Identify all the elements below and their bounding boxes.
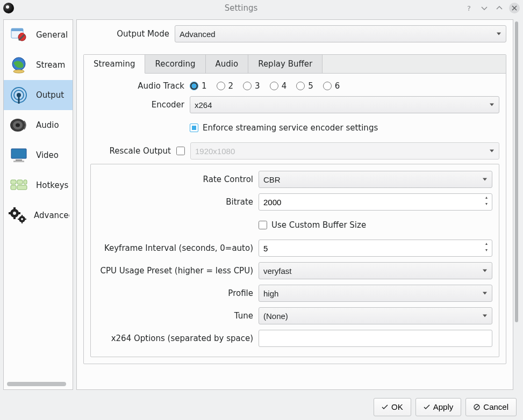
audio-track-4[interactable]: 4 (270, 81, 287, 91)
broadcast-icon (7, 84, 31, 106)
cpu-preset-select[interactable]: veryfast (259, 262, 492, 279)
spin-down-icon[interactable]: ▾ (483, 201, 490, 207)
svg-rect-34 (22, 222, 23, 223)
keyframe-input[interactable] (259, 240, 492, 257)
keyframe-spinners[interactable]: ▴▾ (483, 241, 490, 253)
audio-track-group: 1 2 3 4 5 6 (190, 81, 499, 91)
svg-point-32 (21, 218, 23, 220)
window-title: Settings (18, 3, 464, 13)
bitrate-row: Bitrate ▴▾ (97, 193, 492, 211)
speaker-icon (7, 114, 31, 136)
output-mode-label: Output Mode (83, 29, 175, 39)
radio-label: 1 (202, 81, 207, 91)
rescale-checkbox[interactable] (176, 147, 185, 155)
cpu-preset-row: CPU Usage Preset (higher = less CPU) ver… (97, 262, 492, 279)
sidebar-item-label: Advanced (34, 211, 69, 220)
sidebar-item-stream[interactable]: Stream (4, 50, 73, 80)
keyframe-row: Keyframe Interval (seconds, 0=auto) ▴▾ (97, 240, 492, 257)
audio-track-3[interactable]: 3 (243, 81, 260, 91)
enforce-check-row[interactable]: Enforce streaming service encoder settin… (190, 123, 499, 133)
x264-opts-row: x264 Options (separated by space) (97, 330, 492, 347)
sidebar-hscrollbar[interactable] (7, 382, 66, 386)
sidebar-item-hotkeys[interactable]: Hotkeys (4, 170, 73, 200)
svg-rect-24 (17, 185, 27, 190)
apply-button[interactable]: Apply (415, 398, 462, 416)
rate-control-label: Rate Control (97, 175, 259, 184)
dialog-footer: OK Apply Cancel (0, 393, 523, 420)
audio-track-6[interactable]: 6 (323, 81, 340, 91)
sidebar-item-label: Video (36, 150, 59, 160)
tune-select[interactable]: (None) (259, 307, 492, 324)
tab-audio[interactable]: Audio (206, 55, 249, 73)
content-vscrollbar[interactable] (513, 19, 520, 390)
tab-recording[interactable]: Recording (145, 55, 205, 73)
svg-rect-35 (18, 219, 19, 220)
x264-opts-label: x264 Options (separated by space) (97, 334, 259, 343)
svg-rect-36 (25, 219, 26, 220)
encoder-select[interactable]: x264 (190, 96, 499, 113)
ok-button[interactable]: OK (374, 398, 411, 416)
audio-track-5[interactable]: 5 (296, 81, 313, 91)
sidebar-item-advanced[interactable]: Advanced (4, 200, 73, 230)
svg-rect-21 (17, 180, 23, 184)
close-icon[interactable] (509, 3, 520, 13)
sidebar-item-general[interactable]: General (4, 20, 73, 50)
bitrate-label: Bitrate (97, 197, 259, 207)
cpu-preset-label: CPU Usage Preset (higher = less CPU) (97, 266, 259, 276)
radio-label: 3 (255, 81, 260, 91)
ok-label: OK (391, 402, 403, 411)
svg-rect-27 (13, 207, 16, 209)
custom-buffer-row: Use Custom Buffer Size (97, 216, 492, 234)
dialog-body: General Stream Output Audio (0, 16, 523, 393)
audio-track-2[interactable]: 2 (217, 81, 234, 91)
svg-point-26 (13, 212, 16, 215)
profile-select[interactable]: high (259, 285, 492, 302)
radio-label: 2 (228, 81, 234, 91)
tab-replay-buffer[interactable]: Replay Buffer (248, 55, 323, 73)
encoder-label: Encoder (90, 100, 190, 110)
sidebar-item-video[interactable]: Video (4, 140, 73, 170)
sidebar-item-audio[interactable]: Audio (4, 110, 73, 140)
custom-buffer-check[interactable]: Use Custom Buffer Size (259, 220, 492, 230)
window-controls: ? (464, 3, 520, 13)
gears-icon (7, 205, 28, 226)
svg-rect-20 (11, 180, 16, 184)
cancel-button[interactable]: Cancel (465, 398, 517, 416)
globe-icon (7, 54, 31, 76)
x264-opts-input[interactable] (259, 330, 492, 347)
svg-rect-23 (11, 185, 16, 190)
tabs-container: Streaming Recording Audio Replay Buffer … (83, 54, 506, 364)
output-mode-select[interactable]: Advanced (175, 25, 506, 42)
sidebar-item-label: Stream (36, 60, 65, 70)
bitrate-spinners[interactable]: ▴▾ (483, 195, 490, 207)
tab-streaming[interactable]: Streaming (84, 55, 145, 74)
spin-down-icon[interactable]: ▾ (483, 248, 490, 253)
rescale-select: 1920x1080 (190, 142, 499, 160)
radio-label: 6 (335, 81, 340, 91)
svg-rect-6 (20, 33, 24, 35)
svg-rect-29 (9, 212, 11, 214)
check-icon (424, 404, 430, 410)
spin-up-icon[interactable]: ▴ (483, 195, 490, 200)
check-icon (382, 404, 388, 410)
monitor-icon (7, 144, 31, 166)
spin-up-icon[interactable]: ▴ (483, 241, 490, 247)
app-icon (3, 3, 14, 13)
sidebar-item-output[interactable]: Output (4, 80, 73, 110)
audio-track-1[interactable]: 1 (190, 81, 207, 91)
rescale-row: Rescale Output 1920x1080 (90, 142, 499, 160)
rate-control-select[interactable]: CBR (259, 171, 492, 188)
sidebar-item-label: Audio (36, 120, 59, 130)
audio-track-row: Audio Track 1 2 3 4 5 6 (90, 81, 499, 91)
bitrate-input[interactable] (259, 193, 492, 211)
checkbox-checked-icon[interactable] (190, 124, 198, 132)
content-wrap: Output Mode Advanced Streaming Recording… (76, 19, 520, 390)
help-icon[interactable]: ? (464, 3, 475, 13)
output-mode-row: Output Mode Advanced (83, 25, 506, 42)
enforce-label: Enforce streaming service encoder settin… (203, 123, 378, 133)
minimize-icon[interactable] (479, 3, 490, 13)
custom-buffer-checkbox[interactable] (259, 221, 267, 229)
profile-row: Profile high (97, 285, 492, 302)
maximize-icon[interactable] (494, 3, 505, 13)
radio-label: 4 (282, 81, 287, 91)
